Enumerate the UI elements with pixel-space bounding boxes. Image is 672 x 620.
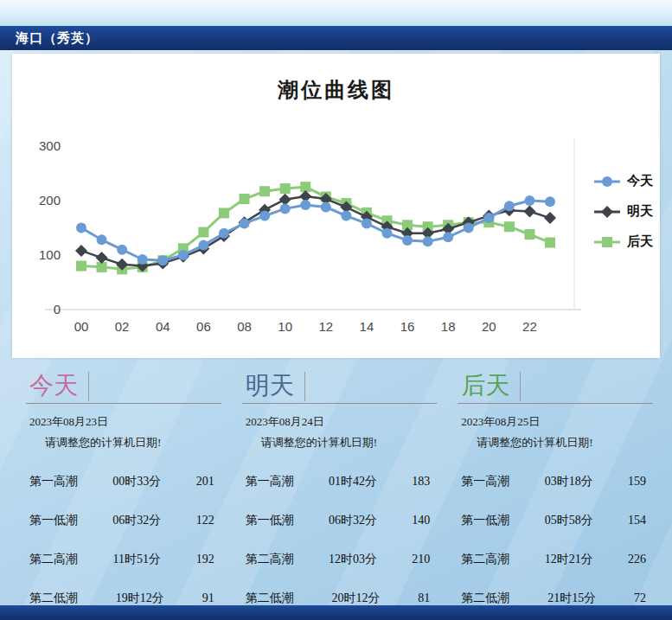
- svg-text:100: 100: [39, 247, 61, 262]
- tide-value: 201: [196, 475, 214, 489]
- tide-row: 第一低潮 05时58分 154: [458, 513, 653, 528]
- tide-time: 12时21分: [545, 552, 593, 567]
- svg-text:12: 12: [318, 319, 333, 334]
- tide-value: 72: [634, 591, 646, 605]
- day-column-today: 今天 2023年08月23日 请调整您的计算机日期! 第一高潮 00时33分 2…: [26, 372, 221, 606]
- tide-name: 第一高潮: [29, 474, 78, 489]
- tide-name: 第一高潮: [461, 474, 509, 489]
- tide-time: 11时51分: [113, 552, 161, 567]
- svg-text:18: 18: [441, 319, 456, 334]
- tide-value: 192: [196, 553, 214, 566]
- tide-value: 140: [412, 514, 430, 527]
- day-label-day-after: 后天: [458, 372, 521, 401]
- day-header: 明天: [242, 372, 438, 404]
- day-notice: 请调整您的计算机日期!: [45, 435, 221, 451]
- tide-value: 183: [412, 475, 430, 489]
- tide-value: 91: [202, 591, 214, 605]
- tide-name: 第一高潮: [246, 474, 294, 489]
- tide-name: 第二高潮: [246, 552, 294, 567]
- day-column-tomorrow: 明天 2023年08月24日 请调整您的计算机日期! 第一高潮 01时42分 1…: [242, 372, 438, 606]
- day-label-today: 今天: [26, 372, 89, 401]
- tide-name: 第二低潮: [461, 591, 509, 606]
- svg-text:10: 10: [278, 319, 292, 334]
- forecast-table: 今天 2023年08月23日 请调整您的计算机日期! 第一高潮 00时33分 2…: [12, 358, 660, 606]
- tide-row: 第二低潮 21时15分 72: [458, 591, 653, 606]
- tide-time: 03时18分: [545, 474, 593, 489]
- decorative-top-banner: [0, 0, 672, 26]
- day-notice: 请调整您的计算机日期!: [477, 435, 653, 451]
- tide-time: 19时12分: [116, 591, 164, 606]
- legend-item-day-after[interactable]: 后天: [592, 233, 653, 250]
- svg-text:16: 16: [400, 319, 415, 334]
- svg-text:04: 04: [156, 319, 170, 334]
- svg-text:02: 02: [115, 319, 130, 334]
- title-bar: 海口（秀英）: [0, 26, 672, 50]
- line-square-marker-icon: [592, 235, 622, 249]
- day-date: 2023年08月25日: [461, 414, 653, 430]
- tide-value: 154: [628, 514, 646, 527]
- svg-text:200: 200: [39, 193, 61, 208]
- tide-row: 第二高潮 12时21分 226: [458, 552, 653, 567]
- day-notice: 请调整您的计算机日期!: [261, 435, 438, 451]
- tide-time: 12时03分: [329, 552, 377, 567]
- svg-text:00: 00: [74, 319, 89, 334]
- content: 潮位曲线图 0100200300000204060810121416182022…: [0, 50, 672, 606]
- tide-name: 第二高潮: [461, 552, 509, 567]
- tide-time: 00时33分: [112, 474, 161, 489]
- tide-row: 第二高潮 12时03分 210: [242, 552, 438, 567]
- tide-time: 06时32分: [112, 513, 161, 528]
- tide-value: 81: [418, 591, 430, 605]
- tide-time: 20时12分: [332, 591, 381, 606]
- tide-name: 第二低潮: [29, 591, 78, 606]
- svg-text:14: 14: [360, 319, 374, 334]
- page: 海口（秀英） 潮位曲线图 010020030000020406081012141…: [0, 0, 672, 620]
- tide-value: 122: [196, 514, 214, 527]
- day-date: 2023年08月23日: [29, 414, 221, 430]
- legend-label-tomorrow: 明天: [627, 203, 653, 220]
- svg-text:06: 06: [196, 319, 211, 334]
- day-header: 后天: [458, 372, 653, 404]
- day-header: 今天: [26, 372, 221, 404]
- bottom-bar: [0, 605, 672, 620]
- legend-item-today[interactable]: 今天: [592, 173, 653, 189]
- tide-row: 第二低潮 20时12分 81: [242, 591, 438, 606]
- tide-row: 第一高潮 01时42分 183: [242, 474, 438, 489]
- svg-text:300: 300: [39, 138, 61, 153]
- svg-text:0: 0: [54, 302, 61, 316]
- tide-time: 21时15分: [547, 591, 596, 606]
- tide-value: 226: [628, 553, 646, 566]
- tide-time: 06时32分: [329, 513, 377, 528]
- tide-name: 第二低潮: [246, 591, 294, 606]
- svg-text:20: 20: [482, 319, 496, 334]
- legend-label-today: 今天: [627, 173, 653, 189]
- tide-row: 第二高潮 11时51分 192: [26, 552, 221, 567]
- station-title: 海口（秀英）: [16, 31, 99, 45]
- tide-value: 159: [628, 475, 646, 489]
- line-diamond-marker-icon: [592, 205, 622, 219]
- tide-chart: 0100200300000204060810121416182022: [21, 95, 592, 355]
- svg-text:08: 08: [237, 319, 252, 334]
- tide-name: 第一低潮: [246, 513, 294, 528]
- tide-name: 第一低潮: [29, 513, 78, 528]
- tide-time: 05时58分: [545, 513, 593, 528]
- line-circle-marker-icon: [592, 175, 622, 189]
- day-label-tomorrow: 明天: [242, 372, 305, 401]
- chart-legend: 今天 明天 后天: [592, 173, 653, 250]
- svg-text:22: 22: [522, 319, 537, 334]
- day-column-day-after: 后天 2023年08月25日 请调整您的计算机日期! 第一高潮 03时18分 1…: [458, 372, 653, 606]
- tide-row: 第一低潮 06时32分 122: [26, 513, 221, 528]
- tide-row: 第一低潮 06时32分 140: [242, 513, 438, 528]
- day-date: 2023年08月24日: [246, 414, 438, 430]
- tide-row: 第一高潮 03时18分 159: [458, 474, 653, 489]
- tide-name: 第一低潮: [461, 513, 509, 528]
- tide-name: 第二高潮: [29, 552, 78, 567]
- legend-item-tomorrow[interactable]: 明天: [592, 203, 653, 220]
- legend-label-day-after: 后天: [627, 233, 653, 250]
- tide-time: 01时42分: [329, 474, 377, 489]
- tide-row: 第一高潮 00时33分 201: [26, 474, 221, 489]
- tide-chart-panel: 潮位曲线图 0100200300000204060810121416182022…: [12, 54, 660, 358]
- tide-value: 210: [412, 553, 430, 566]
- tide-row: 第二低潮 19时12分 91: [26, 591, 221, 606]
